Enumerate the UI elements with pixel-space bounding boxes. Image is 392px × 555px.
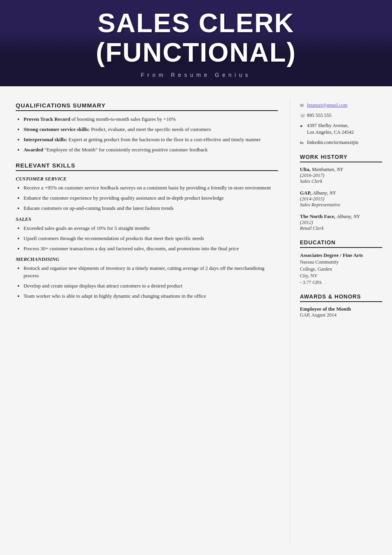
phone-icon: ☏ bbox=[300, 113, 307, 119]
award-detail-1: GAP, August 2014 bbox=[300, 312, 382, 318]
cs-list: Receive a +95% on customer service feedb… bbox=[16, 184, 278, 212]
edu-school: Nassau Community College, Garden City, N… bbox=[300, 259, 382, 280]
work-history-section: WORK HISTORY Ulta, Manhattan, NY (2016-2… bbox=[300, 154, 382, 231]
qual-text-2: Predict, evaluate, and meet the specific… bbox=[91, 126, 211, 132]
list-item: Restock and organize new shipments of in… bbox=[24, 265, 278, 280]
awards-section: AWARDS & HONORS Employee of the Month GA… bbox=[300, 293, 382, 318]
linkedin-item: in linkedin.com/in/mansztjin bbox=[300, 139, 382, 146]
skill-category-merch: MERCHANDISING bbox=[16, 256, 278, 262]
skills-title: RELEVANT SKILLS bbox=[16, 162, 278, 171]
award-title-1: Employee of the Month bbox=[300, 306, 382, 312]
left-column: QUALIFICATIONS SUMMARY Proven Track Reco… bbox=[0, 98, 290, 543]
qual-bold-2: Strong customer service skills: bbox=[24, 126, 90, 132]
job-entry-gap: GAP, Albany, NY (2014-2015) Sales Repres… bbox=[300, 190, 382, 208]
qual-bold-3: Interpersonal skills: bbox=[24, 136, 67, 142]
phone-item: ☏ 895 555 555 bbox=[300, 112, 382, 119]
address-item: ● 4397 Shelby Avenue, Los Angeles, CA 24… bbox=[300, 122, 382, 136]
job-role-1: Sales Clerk bbox=[300, 178, 382, 184]
phone-text: 895 555 555 bbox=[307, 112, 332, 119]
job-dates-1: (2016-2017) bbox=[300, 173, 382, 178]
job-entry-northface: The North Face, Albany, NY (2012) Retail… bbox=[300, 213, 382, 231]
list-item: Strong customer service skills: Predict,… bbox=[24, 126, 278, 133]
skills-section: RELEVANT SKILLS CUSTOMER SERVICE Receive… bbox=[16, 162, 278, 300]
main-content: QUALIFICATIONS SUMMARY Proven Track Reco… bbox=[0, 86, 392, 555]
list-item: Develop and create unique displays that … bbox=[24, 282, 278, 290]
sales-list: Exceeded sales goals an average of 10% f… bbox=[16, 225, 278, 253]
skill-category-sales: SALES bbox=[16, 216, 278, 222]
edu-degree: Associates Degree / Fine Arts bbox=[300, 252, 382, 259]
linkedin-text: linkedin.com/in/mansztjin bbox=[307, 139, 358, 146]
list-item: Interpersonal skills: Expert at getting … bbox=[24, 136, 278, 144]
qual-text-4: “Employee of the Month” for consistently… bbox=[45, 147, 208, 153]
job-company-2: GAP, Albany, NY bbox=[300, 190, 382, 196]
education-title: EDUCATION bbox=[300, 239, 382, 248]
linkedin-icon: in bbox=[300, 140, 307, 146]
qualifications-section: QUALIFICATIONS SUMMARY Proven Track Reco… bbox=[16, 102, 278, 153]
right-column: ✉ lmanszt@gmail.com ☏ 895 555 555 ● 4397… bbox=[290, 98, 392, 543]
list-item: Enhance the customer experience by provi… bbox=[24, 195, 278, 202]
email-icon: ✉ bbox=[300, 102, 307, 109]
email-link[interactable]: lmanszt@gmail.com bbox=[307, 102, 348, 109]
qualifications-title: QUALIFICATIONS SUMMARY bbox=[16, 102, 278, 111]
job-company-1: Ulta, Manhattan, NY bbox=[300, 166, 382, 173]
contact-section: ✉ lmanszt@gmail.com ☏ 895 555 555 ● 4397… bbox=[300, 102, 382, 146]
work-history-title: WORK HISTORY bbox=[300, 154, 382, 162]
awards-title: AWARDS & HONORS bbox=[300, 293, 382, 302]
list-item: Awarded “Employee of the Month” for cons… bbox=[24, 146, 278, 154]
qual-text-1: of boosting month-to-month sales figures… bbox=[71, 116, 176, 122]
resume-title: SALES CLERK (FUNCTIONAL) bbox=[0, 8, 392, 67]
job-role-2: Sales Representative bbox=[300, 202, 382, 208]
qualifications-list: Proven Track Record of boosting month-to… bbox=[16, 116, 278, 153]
list-item: Team worker who is able to adapt in high… bbox=[24, 293, 278, 300]
skill-category-cs: CUSTOMER SERVICE bbox=[16, 176, 278, 182]
address-text: 4397 Shelby Avenue, Los Angeles, CA 2454… bbox=[307, 122, 354, 136]
email-item: ✉ lmanszt@gmail.com bbox=[300, 102, 382, 109]
list-item: Educate customers on up-and-coming brand… bbox=[24, 205, 278, 212]
location-icon: ● bbox=[300, 123, 307, 129]
resume-subtitle: From Resume Genius bbox=[0, 72, 392, 78]
job-dates-3: (2012) bbox=[300, 220, 382, 226]
job-dates-2: (2014-2015) bbox=[300, 196, 382, 202]
qual-bold-1: Proven Track Record bbox=[24, 116, 70, 122]
job-entry-ulta: Ulta, Manhattan, NY (2016-2017) Sales Cl… bbox=[300, 166, 382, 184]
job-role-3: Retail Clerk bbox=[300, 226, 382, 231]
resume-header: SALES CLERK (FUNCTIONAL) From Resume Gen… bbox=[0, 0, 392, 86]
qual-text-3: Expert at getting product from the backr… bbox=[69, 136, 261, 142]
header-content: SALES CLERK (FUNCTIONAL) From Resume Gen… bbox=[0, 8, 392, 78]
list-item: Receive a +95% on customer service feedb… bbox=[24, 184, 278, 192]
education-section: EDUCATION Associates Degree / Fine Arts … bbox=[300, 239, 382, 286]
list-item: Upsell customers through the recommendat… bbox=[24, 235, 278, 242]
job-company-3: The North Face, Albany, NY bbox=[300, 213, 382, 220]
merch-list: Restock and organize new shipments of in… bbox=[16, 265, 278, 300]
edu-gpa: - 3.77 GPA bbox=[300, 280, 382, 286]
list-item: Exceeded sales goals an average of 10% f… bbox=[24, 225, 278, 232]
list-item: Process 30+ customer transactions a day … bbox=[24, 245, 278, 253]
list-item: Proven Track Record of boosting month-to… bbox=[24, 116, 278, 123]
qual-bold-4: Awarded bbox=[24, 147, 43, 153]
